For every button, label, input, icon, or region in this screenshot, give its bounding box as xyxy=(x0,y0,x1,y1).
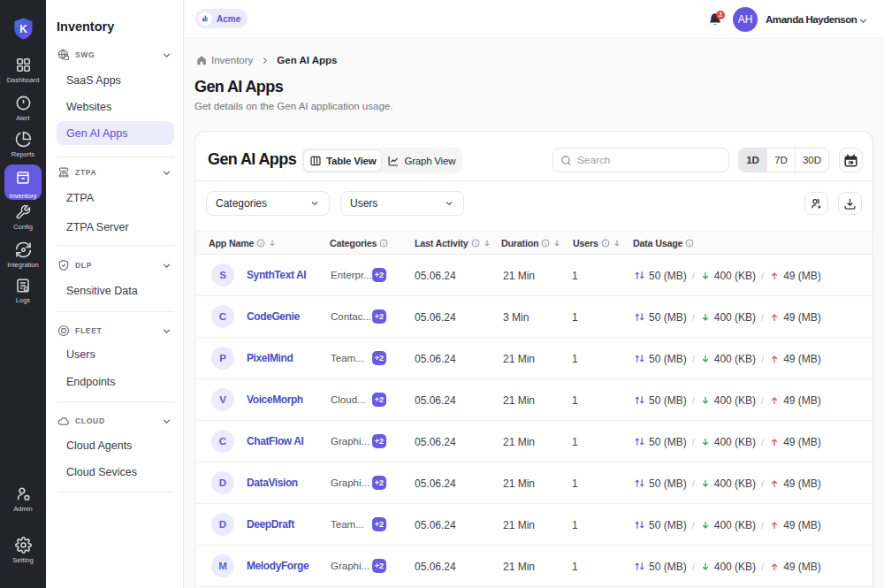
svg-text:K: K xyxy=(19,23,27,35)
